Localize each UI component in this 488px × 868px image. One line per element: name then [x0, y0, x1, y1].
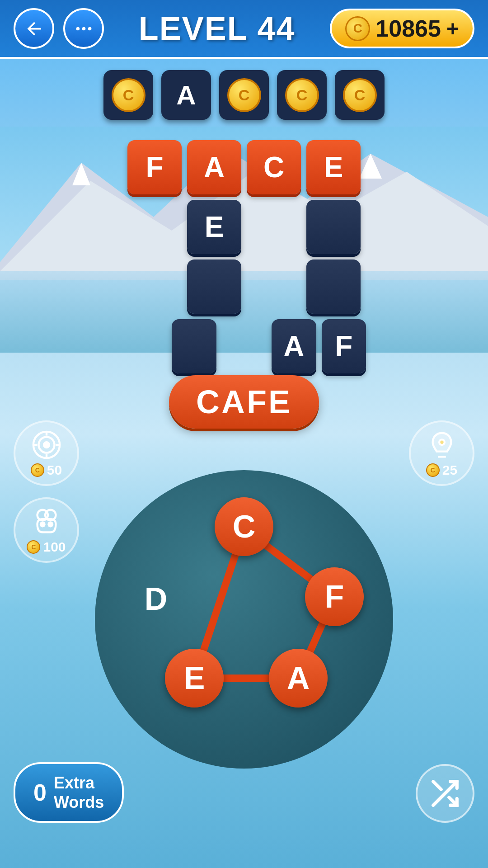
reward-tile-2: A [161, 70, 211, 120]
cafe-display: CAFE [169, 375, 319, 429]
reward-tile-5 [335, 70, 385, 120]
crossword-row-2: E [122, 200, 366, 254]
cell-dark-r2c4 [306, 200, 361, 254]
cell-dark-r3c4 [306, 259, 361, 314]
hint-brain-num: 100 [43, 539, 66, 555]
cell-dark-r4c2 [172, 319, 216, 373]
cell-F2: F [322, 319, 366, 373]
letter-circle: D C F E A [95, 470, 393, 769]
hint-brain-button[interactable]: C 100 [14, 497, 79, 563]
svg-point-8 [82, 27, 85, 30]
reward-coin-3 [227, 78, 261, 112]
reward-tile-3 [219, 70, 269, 120]
hint-bulb-num: 25 [442, 462, 457, 478]
crossword-row-4: A F [122, 319, 366, 373]
svg-point-21 [439, 439, 445, 445]
cell-A1: A [187, 140, 241, 194]
cell-empty-r2c1 [127, 200, 182, 254]
hint-target-num: 50 [47, 462, 62, 478]
reward-tile-1 [103, 70, 153, 120]
reward-coin-1 [112, 78, 145, 112]
letter-C[interactable]: C [215, 497, 273, 556]
cell-dark-r3c2 [187, 259, 241, 314]
cell-empty-r2c3 [247, 200, 301, 254]
back-button[interactable] [14, 8, 54, 49]
cell-F: F [127, 140, 182, 194]
cell-empty-r3c3 [247, 259, 301, 314]
svg-point-9 [88, 27, 91, 30]
svg-point-12 [44, 442, 49, 448]
hint-target-button[interactable]: C 50 [14, 420, 79, 486]
letter-E[interactable]: E [165, 649, 224, 708]
cell-E1: E [306, 140, 361, 194]
reward-row: A [103, 70, 385, 120]
coin-count: 10865 [375, 15, 441, 42]
coin-display: 10865 + [330, 9, 474, 48]
cell-A2: A [272, 319, 316, 373]
hint-target-cost: C 50 [31, 462, 62, 478]
shuffle-button[interactable] [416, 764, 474, 823]
coin-icon [345, 16, 370, 41]
hint-coin-2: C [27, 540, 40, 554]
letter-A[interactable]: A [269, 649, 328, 708]
hint-coin-1: C [31, 463, 44, 477]
header: LEVEL 44 10865 + [0, 0, 488, 59]
crossword-row-3 [122, 259, 366, 314]
cafe-text: CAFE [196, 384, 292, 420]
letter-F[interactable]: F [305, 567, 364, 626]
cell-empty-r3c1 [127, 259, 182, 314]
reward-coin-4 [285, 78, 319, 112]
cell-C1: C [247, 140, 301, 194]
coin-plus: + [446, 16, 459, 41]
cell-empty-r4c1 [122, 319, 166, 373]
cell-E2: E [187, 200, 241, 254]
svg-point-7 [76, 27, 80, 30]
cell-empty-r4c3 [222, 319, 266, 373]
reward-coin-5 [343, 78, 377, 112]
crossword-row-1: F A C E [122, 140, 366, 194]
header-left [14, 8, 104, 49]
extra-words-label: ExtraWords [54, 773, 104, 812]
reward-tile-4 [277, 70, 327, 120]
level-title: LEVEL 44 [139, 10, 296, 47]
crossword-grid: F A C E E A F [122, 140, 366, 379]
extra-words-button[interactable]: 0 ExtraWords [14, 762, 124, 823]
extra-words-count: 0 [33, 779, 47, 806]
menu-button[interactable] [63, 8, 104, 49]
hint-bulb-button[interactable]: C 25 [409, 420, 474, 486]
svg-point-19 [40, 522, 44, 526]
hint-brain-cost: C 100 [27, 539, 66, 555]
svg-marker-3 [72, 163, 90, 185]
app: LEVEL 44 10865 + A F A C E E [0, 0, 488, 868]
hint-bulb-cost: C 25 [426, 462, 457, 478]
svg-point-20 [48, 522, 52, 526]
hint-coin-3: C [426, 463, 440, 477]
